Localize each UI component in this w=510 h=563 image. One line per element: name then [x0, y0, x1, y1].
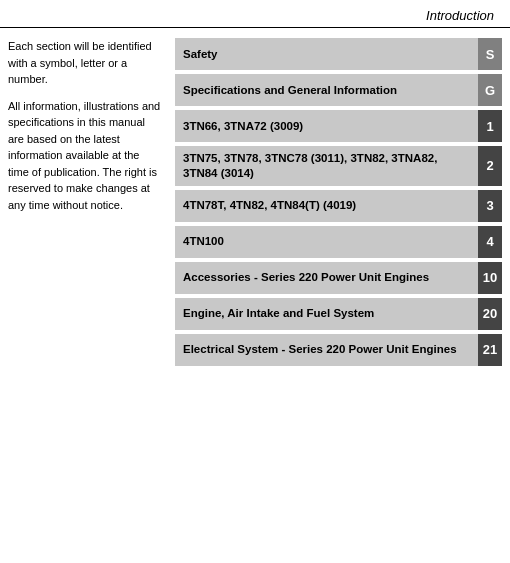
menu-item-badge: S: [478, 38, 502, 70]
menu-item[interactable]: Accessories - Series 220 Power Unit Engi…: [175, 262, 502, 294]
menu-item-badge: 2: [478, 146, 502, 186]
menu-item-badge: G: [478, 74, 502, 106]
page-header: Introduction: [0, 0, 510, 28]
menu-item-badge: 1: [478, 110, 502, 142]
menu-item-badge: 10: [478, 262, 502, 294]
menu-item[interactable]: 4TN1004: [175, 226, 502, 258]
header-title: Introduction: [426, 8, 494, 23]
menu-item[interactable]: Electrical System - Series 220 Power Uni…: [175, 334, 502, 366]
menu-item-badge: 3: [478, 190, 502, 222]
left-paragraph-2: All information, illustrations and speci…: [8, 98, 163, 214]
menu-item-label: Specifications and General Information: [175, 74, 478, 106]
menu-item-label: 4TN78T, 4TN82, 4TN84(T) (4019): [175, 190, 478, 222]
menu-item[interactable]: Engine, Air Intake and Fuel System20: [175, 298, 502, 330]
menu-item-label: 4TN100: [175, 226, 478, 258]
menu-item[interactable]: 3TN66, 3TNA72 (3009)1: [175, 110, 502, 142]
menu-item-label: Engine, Air Intake and Fuel System: [175, 298, 478, 330]
menu-item-label: Safety: [175, 38, 478, 70]
right-menu: SafetySSpecifications and General Inform…: [175, 38, 502, 366]
left-text: Each section will be identified with a s…: [8, 38, 163, 366]
left-paragraph-1: Each section will be identified with a s…: [8, 38, 163, 88]
menu-item[interactable]: Specifications and General InformationG: [175, 74, 502, 106]
menu-item-label: 3TN75, 3TN78, 3TNC78 (3011), 3TN82, 3TNA…: [175, 146, 478, 186]
menu-item[interactable]: 4TN78T, 4TN82, 4TN84(T) (4019)3: [175, 190, 502, 222]
menu-item-badge: 4: [478, 226, 502, 258]
menu-item[interactable]: SafetyS: [175, 38, 502, 70]
menu-item-badge: 21: [478, 334, 502, 366]
main-content: Each section will be identified with a s…: [0, 28, 510, 376]
menu-item[interactable]: 3TN75, 3TN78, 3TNC78 (3011), 3TN82, 3TNA…: [175, 146, 502, 186]
menu-item-label: 3TN66, 3TNA72 (3009): [175, 110, 478, 142]
menu-item-badge: 20: [478, 298, 502, 330]
menu-item-label: Accessories - Series 220 Power Unit Engi…: [175, 262, 478, 294]
menu-item-label: Electrical System - Series 220 Power Uni…: [175, 334, 478, 366]
